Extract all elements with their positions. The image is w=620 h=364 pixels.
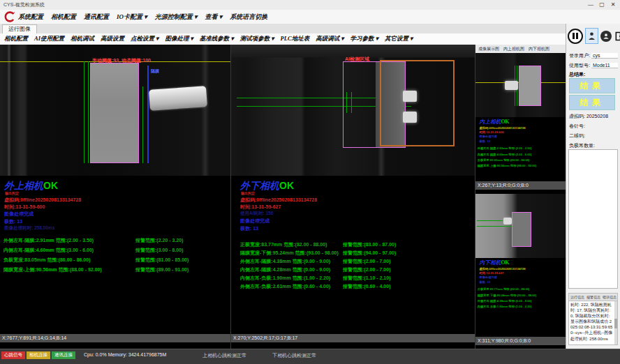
tab-run-image[interactable]: 运行图像 (2, 24, 37, 33)
overlay-roi-separator (519, 66, 541, 106)
overlay-threshold-text: 手动阈值:93, 动态阈值:100 (92, 57, 151, 64)
alarm-range: 报警范围:(2.20 - 3.20) (135, 237, 183, 244)
tab-inner-lower-view[interactable]: 内下相机图 (529, 46, 549, 52)
window-title: CYS-视觉检测系统 (3, 1, 45, 8)
camera-image-outer-lower[interactable]: AI检测区域 (231, 45, 475, 176)
model-label: 使用型号: (569, 63, 590, 68)
camera-name: 外上相机 (4, 181, 43, 191)
tab-inner-upper-view[interactable]: 内上相机图 (503, 46, 524, 52)
result-badge-lower: 结果 (569, 95, 615, 110)
camera-image-inner-upper[interactable] (475, 53, 566, 117)
measure-row: 外侧左耳-隔膜:4.38mm 范围:(0.00 - 9.00) (478, 299, 531, 303)
tool-test-params[interactable]: 测试项参数 ▾ (240, 35, 274, 43)
panel-outer-lower-camera: AI检测区域 外下相机OK 输出判定 虚拟码:0ffline2025020813… (231, 45, 475, 349)
login-user-value[interactable]: cys (591, 53, 618, 59)
camera-image-outer-upper[interactable]: 手动阈值:93, 动态阈值:100 隔膜 (0, 45, 230, 176)
toolbar: 相机配置 AI使用配置 相机调试 高级设置 点检设置 ▾ 图像处理 ▾ 基准线参… (0, 33, 570, 45)
measure-row: 内侧左耳-负极:1.90mm 范围:(1.00 - 2.20) (478, 305, 531, 309)
menu-item-camera-config[interactable]: 相机配置 (51, 13, 76, 22)
processing-done-line: 图像处理完成 (240, 218, 270, 225)
alarm-range: 报警范围:(83.00 - 87.00) (343, 241, 396, 248)
log-output-box[interactable]: 耗时: 222, 纵隔检测耗时: 17, 纵隔分离耗时: 0, 纵隔截取分区耗时… (568, 301, 618, 345)
overlay-roi-separator (512, 212, 531, 247)
camera-name: 内下相机 (480, 259, 501, 265)
minimize-button[interactable]: — (585, 0, 596, 9)
overlay-ai-label: AI检测区域 (345, 56, 369, 63)
menu-item-comm-config[interactable]: 通讯配置 (84, 13, 109, 22)
tab-alarm-log[interactable]: 报警信息 (586, 295, 600, 299)
result-text-inner-lower: 内下相机OK 虚拟码:0ffline20250208133134728 时间:1… (475, 258, 566, 334)
right-sidebar: 登录用户: cys 使用型号: Mode11 总结果: 结果 结果 虚拟码: 2… (566, 24, 620, 349)
tool-plc-address[interactable]: PLC地址表 (281, 35, 310, 43)
pause-icon[interactable] (568, 29, 583, 44)
ai-elapsed-line: 使用AI耗时: 156 (240, 211, 273, 217)
electrode-tab-image (403, 112, 417, 123)
tab-error-log[interactable]: 错误信息 (603, 295, 617, 299)
tool-advanced-debug[interactable]: 高级调试 ▾ (316, 35, 344, 43)
overlay-edge-line-green (84, 61, 84, 163)
sidebar-buttons (568, 28, 620, 44)
tool-baseline-params[interactable]: 基准线参数 ▾ (200, 35, 234, 43)
result-badge-upper: 结果 (569, 78, 615, 93)
measure-row: 隔膜宽度-下侧:95.24mm 范围:(93.00 - 98.00) (240, 250, 339, 257)
alarm-range: 报警范围:(2.00 - 7.00) (343, 266, 390, 273)
alarm-range: 报警范围:(94.00 - 97.00) (343, 250, 396, 257)
virtual-code-line: 虚拟码:0ffline20250208133134728 (4, 197, 81, 204)
result-text-outer-upper: 外上相机OK 输出判定 虚拟码:0ffline20250208133134728… (0, 176, 230, 334)
login-user-label: 登录用户: (569, 53, 590, 58)
alarm-range: 报警范围:(3.00 - 8.00) (135, 247, 183, 254)
operator-icon[interactable] (600, 31, 612, 42)
tool-camera-config[interactable]: 相机配置 (4, 35, 28, 43)
tab-run-log[interactable]: 运行信息 (570, 295, 584, 299)
close-button[interactable]: ✕ (607, 0, 619, 9)
tool-other-settings[interactable]: 其它设置 ▾ (385, 35, 413, 43)
pole-count-line: 极数: 13 (240, 225, 258, 232)
processing-elapsed-line: 图像处理耗时: 258.00ms (4, 225, 54, 232)
winding-pin-label: 卷针号: (569, 123, 585, 130)
camera-image-inner-lower[interactable] (475, 194, 566, 258)
pole-count-line: 极数: 13 (480, 280, 491, 285)
user-login-icon[interactable] (585, 28, 598, 44)
menu-item-io-config[interactable]: IO卡配置 ▾ (117, 13, 147, 22)
status-bar: 心跳信号 相机连接 通讯连接 Cpu: 0.0% Memory: 3424.41… (0, 349, 620, 364)
log-scrollbar[interactable] (614, 301, 617, 344)
tool-camera-debug[interactable]: 相机调试 (71, 35, 94, 43)
tab-display-view[interactable]: 成像展示图 (478, 46, 499, 52)
pole-count-line: 极数: 13 (4, 218, 22, 225)
tool-ai-config[interactable]: AI使用配置 (34, 35, 64, 43)
overlay-edge-line-green (88, 61, 89, 163)
electrode-tab-image (403, 91, 417, 102)
pixel-coordinate-bar: X:7677;Y:891;R:14;G:14;B:14 (0, 334, 230, 342)
menu-item-system-config[interactable]: 系统配置 (18, 13, 43, 22)
measure-row: 内侧左耳-隔膜:4.60mm 范围:(3.00 - 6.00) (3, 247, 94, 254)
result-ok-badge: OK (501, 259, 509, 265)
output-judgement-label: 输出判定 (241, 191, 255, 195)
tool-image-processing[interactable]: 图像处理 ▾ (165, 35, 193, 43)
menu-item-light-config[interactable]: 光源控制配置 ▾ (155, 13, 198, 22)
measure-row: 外侧左耳-隔膜:2.91mm 范围:(2.00 - 3.50) (3, 237, 94, 244)
tool-learning-params[interactable]: 学习参数 ▾ (350, 35, 378, 43)
maximize-button[interactable]: ▢ (596, 0, 607, 9)
alarm-range: 报警范围:(2.00 - 7.00) (343, 258, 390, 265)
measure-row: 外侧左耳-负极:2.61mm 范围:(0.60 - 4.00) (240, 283, 330, 290)
tool-spot-check[interactable]: 点检设置 ▾ (131, 35, 158, 43)
measure-row: 内侧左耳-负极:1.90mm 范围:(1.00 - 2.20) (240, 275, 330, 282)
virtual-code-label: 虚拟码: (569, 114, 585, 119)
alarm-range: 报警范围:(89.00 - 91.00) (135, 266, 189, 273)
cpu-memory-status: Cpu: 0.0% Memory: 3424.41796875M (84, 352, 166, 357)
measure-row: 外侧左耳-隔膜:4.38mm 范围:(0.00 - 9.00) (240, 258, 330, 265)
log-text: 耗时: 222, 纵隔检测耗时: 17, 纵隔分离耗时: 0, 纵隔截取分区耗时… (569, 301, 617, 342)
virtual-code-line: 虚拟码:0ffline20250208133134728 (240, 197, 317, 204)
panel-outer-upper-camera: 手动阈值:93, 动态阈值:100 隔膜 外上相机OK 输出判定 虚拟码:0ff… (0, 45, 231, 349)
menu-item-view[interactable]: 查看 ▾ (205, 13, 223, 22)
timestamp-line: 时间:13-31-59-627 (240, 204, 281, 211)
menu-item-language[interactable]: 系统语言切换 (230, 13, 267, 22)
electrode-tab-image (503, 218, 512, 225)
model-value[interactable]: Mode11 (591, 63, 618, 68)
alarm-range: 报警范围:(0.60 - 4.00) (343, 283, 390, 290)
processing-done-line: 图像处理完成 (4, 211, 34, 218)
result-list-box[interactable] (568, 149, 618, 289)
exit-logout-icon[interactable] (614, 30, 620, 42)
menu-bar: 系统配置 相机配置 通讯配置 IO卡配置 ▾ 光源控制配置 ▾ 查看 ▾ 系统语… (0, 10, 620, 24)
tool-advanced-settings[interactable]: 高级设置 (101, 35, 124, 43)
